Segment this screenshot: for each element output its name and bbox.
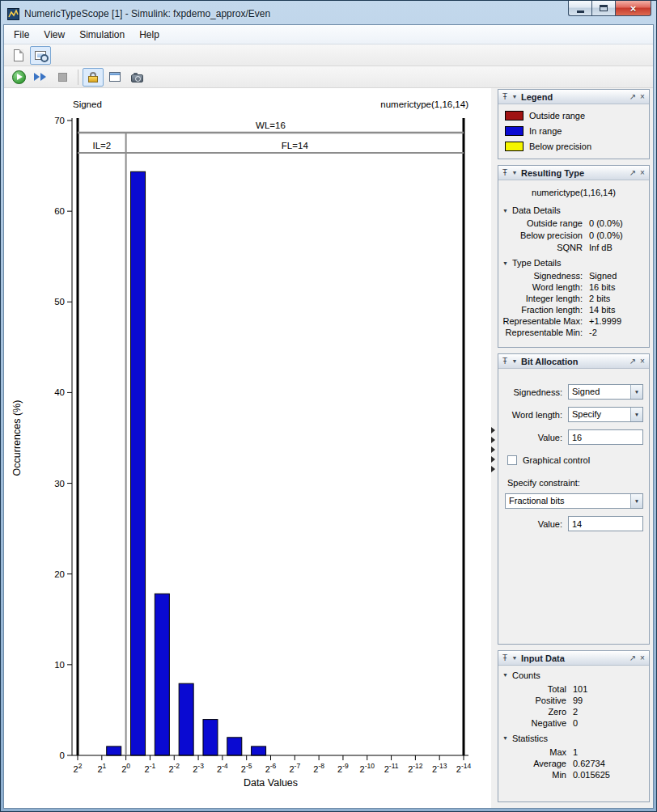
- signedness-select[interactable]: Signed ▼: [568, 384, 643, 400]
- pin-icon[interactable]: Ŧ: [500, 357, 510, 366]
- word-length-value: Specify: [569, 408, 630, 421]
- step-forward-button[interactable]: [30, 68, 51, 87]
- collapse-icon[interactable]: ▼: [510, 94, 519, 99]
- statistic-row: Average 0.62734: [498, 758, 649, 769]
- data-details-section-header[interactable]: ▼ Data Details: [498, 201, 649, 218]
- stop-icon: [58, 73, 67, 82]
- row-label: Positive: [498, 695, 566, 706]
- panel-close-icon[interactable]: ×: [638, 92, 647, 101]
- specify-constraint-row: Specify constraint:: [507, 475, 643, 490]
- counts-section-header[interactable]: ▼ Counts: [498, 666, 649, 683]
- y-tick-label: 70: [54, 116, 65, 125]
- stop-button[interactable]: [52, 68, 73, 87]
- input-data-panel-header[interactable]: Ŧ ▼ Input Data ↗ ×: [498, 651, 649, 666]
- row-value: 14 bits: [583, 304, 615, 315]
- new-report-button[interactable]: [8, 46, 29, 65]
- row-label: Signedness:: [498, 270, 583, 281]
- run-button[interactable]: [8, 68, 29, 87]
- step-forward-icon: [34, 73, 47, 81]
- chart-area[interactable]: 0102030405060702221202-12-22-32-42-52-62…: [4, 88, 491, 808]
- statistics-section-header[interactable]: ▼ Statistics: [498, 729, 649, 746]
- resulting-type-panel-header[interactable]: Ŧ ▼ Resulting Type ↗ ×: [498, 166, 649, 180]
- word-length-select[interactable]: Specify ▼: [568, 407, 643, 422]
- bit-allocation-panel-header[interactable]: Ŧ ▼ Bit Allocation ↗ ×: [498, 354, 649, 369]
- word-length-label: Word length:: [512, 410, 568, 420]
- row-value: 0.62734: [566, 758, 605, 769]
- row-label: Fraction length:: [498, 304, 583, 315]
- detail-row: Below precision 0 (0.0%): [498, 230, 649, 242]
- minimize-button[interactable]: [568, 1, 591, 16]
- row-label: Word length:: [498, 281, 583, 293]
- y-axis-label: Occurrences (%): [11, 400, 23, 476]
- fraction-bits-input[interactable]: [568, 516, 643, 531]
- row-label: Max: [498, 746, 566, 758]
- count-row: Negative 0: [498, 717, 649, 729]
- constraint-select[interactable]: Fractional bits ▼: [505, 493, 643, 509]
- y-tick-label: 60: [54, 206, 65, 216]
- statistic-row: Min 0.015625: [498, 769, 649, 780]
- highlight-signal-button[interactable]: [30, 46, 51, 65]
- graphical-control-checkbox[interactable]: [507, 455, 517, 465]
- below-precision-swatch: [505, 142, 523, 151]
- pin-icon[interactable]: Ŧ: [500, 653, 510, 664]
- undock-icon[interactable]: ↗: [628, 92, 638, 101]
- chevron-down-icon: ▼: [630, 408, 642, 421]
- panel-close-icon[interactable]: ×: [638, 357, 647, 366]
- outside-range-swatch: [505, 111, 523, 121]
- x-tick-label: 2-11: [384, 762, 399, 774]
- type-details-section-header[interactable]: ▼ Type Details: [498, 254, 649, 270]
- close-button[interactable]: ×: [615, 1, 651, 16]
- expander-icon: ▼: [502, 260, 508, 266]
- row-label: Zero: [498, 706, 566, 717]
- legend-panel-header[interactable]: Ŧ ▼ Legend ↗ ×: [498, 90, 649, 104]
- row-value: 2: [566, 706, 578, 717]
- legend-item-below-precision: Below precision: [505, 142, 642, 151]
- collapse-icon[interactable]: ▼: [510, 358, 519, 364]
- detail-row: Word length: 16 bits: [498, 281, 649, 293]
- lock-icon: [88, 72, 98, 82]
- legend-item-outside-range: Outside range: [505, 111, 642, 121]
- pin-icon[interactable]: Ŧ: [500, 168, 510, 177]
- maximize-button[interactable]: [591, 1, 615, 16]
- panel-close-icon[interactable]: ×: [638, 653, 647, 664]
- y-tick-label: 40: [54, 387, 65, 397]
- detail-row: Signedness: Signed: [498, 270, 649, 281]
- lock-panels-button[interactable]: [83, 68, 104, 87]
- detail-row: Fraction length: 14 bits: [498, 304, 649, 315]
- graphical-control-label: Graphical control: [523, 455, 590, 465]
- collapse-icon[interactable]: ▼: [510, 170, 519, 176]
- expander-icon: ▼: [502, 670, 508, 681]
- undock-icon[interactable]: ↗: [628, 168, 638, 177]
- snapshot-button[interactable]: [126, 68, 147, 87]
- splitter-arrow-icon: [491, 437, 495, 443]
- row-value: +1.9999: [583, 315, 621, 327]
- x-tick-label: 20: [121, 762, 130, 774]
- x-tick-label: 2-6: [265, 762, 277, 774]
- row-value: Signed: [583, 270, 617, 281]
- signal-dialog-icon: [109, 72, 121, 82]
- constraint-value: Fractional bits: [506, 494, 630, 508]
- input-data-panel-title: Input Data: [521, 653, 565, 664]
- row-label: Min: [498, 769, 566, 780]
- signal-dialog-button[interactable]: [104, 68, 125, 87]
- expander-icon: ▼: [502, 208, 508, 214]
- y-tick-label: 0: [60, 751, 65, 760]
- collapse-icon[interactable]: ▼: [510, 653, 519, 664]
- x-tick-label: 2-10: [360, 762, 375, 774]
- menu-view[interactable]: View: [36, 27, 72, 43]
- row-label: Negative: [498, 717, 566, 729]
- histogram[interactable]: 0102030405060702221202-12-22-32-42-52-62…: [4, 88, 491, 808]
- word-length-value-input[interactable]: [568, 429, 643, 445]
- app-icon: [7, 8, 19, 20]
- splitter-arrow-icon: [491, 456, 495, 463]
- pin-icon[interactable]: Ŧ: [500, 92, 510, 101]
- undock-icon[interactable]: ↗: [628, 653, 638, 664]
- menu-help[interactable]: Help: [132, 27, 167, 43]
- menu-simulation[interactable]: Simulation: [72, 27, 132, 43]
- toolbar-simulation: [4, 66, 653, 88]
- x-tick-label: 2-9: [337, 762, 349, 774]
- title-bar[interactable]: NumericTypeScope [1] - Simulink: fxpdemo…: [3, 3, 654, 24]
- undock-icon[interactable]: ↗: [628, 357, 638, 366]
- panel-close-icon[interactable]: ×: [638, 168, 647, 177]
- menu-file[interactable]: File: [6, 27, 36, 43]
